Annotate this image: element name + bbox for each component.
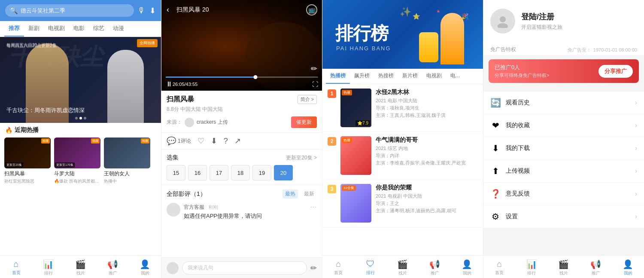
tab-recommend[interactable]: 推荐: [4, 21, 24, 37]
pbn-rank[interactable]: 📊 排行: [516, 259, 548, 276]
episode-more[interactable]: 更新至20集 >: [286, 154, 317, 162]
pause-icon[interactable]: ⏸: [166, 80, 173, 88]
rank-num-2: 2: [328, 137, 336, 146]
ranking-tab-more[interactable]: 电...: [446, 69, 464, 84]
ad-promoted-count: 已推广0人: [495, 64, 549, 71]
home-nav-rank[interactable]: 📊 排行: [32, 259, 64, 276]
ad-share-btn[interactable]: 分享推广: [598, 65, 633, 78]
video-title-2: 斗罗大陆: [54, 170, 100, 177]
menu-item-feedback[interactable]: ❓ 意见反馈 ›: [483, 183, 644, 205]
comment-action[interactable]: 💬 1评论: [167, 136, 191, 146]
rbn-promo[interactable]: 📢 推广: [419, 259, 451, 276]
home-nav-mine[interactable]: 👤 我的: [129, 259, 161, 276]
profile-avatar[interactable]: [490, 9, 515, 34]
player-back-btn[interactable]: ‹: [167, 5, 169, 14]
ranking-tab-rise[interactable]: 飙升榜: [350, 69, 374, 84]
rbn-promo-label: 推广: [431, 270, 439, 276]
share-action[interactable]: ↗: [234, 136, 241, 146]
rbn-home[interactable]: ⌂ 首页: [322, 259, 355, 276]
search-input-wrap[interactable]: 🔍 德云斗笑社第二季: [5, 4, 134, 17]
rank-num-3: 3: [328, 185, 336, 193]
comment-time-1: 刚刚: [209, 205, 218, 210]
ep-btn-15[interactable]: 15: [167, 165, 185, 180]
hero-banner[interactable]: 千古玦尘 每周四五六日20点更新2集 全网独播 每周四五六日20点更新2集 千古…: [0, 37, 161, 123]
rbn-rank-icon: 🛡: [366, 259, 375, 269]
tab-movie[interactable]: 电影: [69, 21, 89, 37]
download-icon[interactable]: ⬇: [149, 6, 156, 15]
pbn-find[interactable]: 🎬 找片: [548, 259, 580, 276]
video-subtitle-3: 热播中: [104, 178, 150, 184]
voice-icon[interactable]: 🎙: [137, 6, 145, 15]
home-nav-home[interactable]: ⌂ 首页: [0, 259, 32, 276]
tab-new-drama[interactable]: 新剧: [24, 21, 44, 37]
tab-new[interactable]: 最新: [301, 189, 317, 199]
player-cast-icon[interactable]: 📺: [306, 4, 317, 15]
ep-btn-20[interactable]: 20: [274, 165, 293, 180]
fullscreen-icon[interactable]: ⛶: [312, 81, 318, 88]
ep-btn-18[interactable]: 18: [231, 165, 250, 180]
home-nav-find[interactable]: 🎬 找片: [64, 259, 97, 276]
ranking-deco: 🎉 ★: [410, 9, 471, 64]
badge-exclusive-3: 独播: [141, 138, 149, 144]
help-action[interactable]: ?: [224, 137, 228, 146]
pbn-home[interactable]: ⌂ 首页: [483, 259, 516, 276]
intro-btn[interactable]: 简介 >: [298, 95, 317, 104]
video-player[interactable]: ‹ 扫黑风暴 20 📺 ✏ ⏸ 26:05 / 43:55 ⛶: [161, 0, 322, 91]
comment-label: 1评论: [178, 137, 191, 145]
rbn-mine[interactable]: 👤 我的: [451, 259, 483, 276]
comment-input[interactable]: 我来说几句: [182, 261, 307, 275]
tab-anime[interactable]: 动漫: [109, 21, 128, 37]
ranking-tab-tv[interactable]: 电视剧: [422, 69, 446, 84]
download-action[interactable]: ⬇: [211, 136, 217, 146]
menu-item-settings[interactable]: ⚙ 设置 ›: [483, 205, 644, 228]
ad-free-expire: 免广告至： 1970-01-01 08:00:00: [568, 46, 637, 53]
rbn-find[interactable]: 🎬 找片: [387, 259, 419, 276]
ep-btn-16[interactable]: 16: [188, 165, 207, 180]
ranking-banner: ✨ ⭐ 排行榜 PAI HANG BANG 🎉 ★: [322, 0, 483, 69]
like-action[interactable]: ♡: [197, 136, 204, 146]
ranking-tab-hot[interactable]: 热播榜: [326, 69, 350, 84]
menu-item-upload[interactable]: ⬆ 上传视频 ›: [483, 160, 644, 183]
ep-btn-17[interactable]: 17: [210, 165, 228, 180]
video-grid: 独播 更新至20集 扫黑风暴 孙红雷惩黑除恶 独播 更新至170集 斗罗大陆 🔥…: [0, 137, 161, 188]
menu-item-downloads[interactable]: ⬇ 我的下载 ›: [483, 137, 644, 160]
menu-item-favorites[interactable]: ❤ 我的收藏 ›: [483, 114, 644, 137]
ranking-tab-search[interactable]: 热搜榜: [374, 69, 398, 84]
pbn-mine[interactable]: 👤 我的: [612, 259, 644, 276]
menu-item-history[interactable]: 🔄 观看历史 ›: [483, 92, 644, 114]
video-card-3[interactable]: 独播 王朝的女人 热播中: [104, 137, 150, 184]
home-label: 首页: [12, 270, 21, 276]
tab-hot[interactable]: 最热: [283, 189, 298, 199]
ep-btn-19[interactable]: 19: [252, 165, 271, 180]
ranking-item-2[interactable]: 2 热播 牛气满满的哥哥 2021 综艺 内地 导演：内详 主演：李维嘉,乔振宇…: [322, 132, 483, 180]
pbn-mine-label: 我的: [624, 270, 632, 276]
ranking-item-3[interactable]: 3 32全集 你是我的荣耀 2021 电视剧 中国大陆 导演：王之 主演：潘粤明…: [322, 180, 483, 227]
tab-variety[interactable]: 综艺: [89, 21, 109, 37]
hero-schedule-text: 每周四五六日20点更新2集: [6, 43, 57, 49]
home-nav-promo[interactable]: 📢 推广: [97, 259, 129, 276]
profile-login[interactable]: 登陆/注册: [521, 12, 637, 22]
update-btn[interactable]: 催更新: [291, 116, 317, 128]
video-card-2[interactable]: 独播 更新至170集 斗罗大陆 🔥爆款 所有的风景都不及你: [54, 137, 100, 184]
source-label-text: 来源：: [167, 119, 182, 126]
section-title: 近期热播: [15, 126, 39, 134]
ranking-tab-new[interactable]: 新片榜: [398, 69, 422, 84]
share-icon: ↗: [234, 136, 241, 146]
ad-banner: 已推广0人 分享可得终身免广告特权> 分享推广: [489, 59, 639, 83]
progress-bar[interactable]: [166, 76, 318, 78]
dot-2: [79, 117, 82, 119]
video-source: 来源： crackers 上传 催更新: [167, 116, 317, 128]
uploader-name: crackers 上传: [197, 119, 228, 126]
pbn-rank-icon: 📊: [526, 259, 537, 269]
comment-dots-1[interactable]: ⋯: [310, 203, 317, 220]
rank-info-1: 水怪2黑木林 2021 电影 中国大陆 导演：项秋良,项河生 主演：王真儿,韩栋…: [376, 89, 478, 119]
pbn-promo[interactable]: 📢 推广: [580, 259, 612, 276]
player-edit-btn[interactable]: ✏: [311, 64, 317, 73]
comment-edit-icon[interactable]: ✏: [310, 263, 317, 273]
tab-tv[interactable]: 电视剧: [44, 21, 69, 37]
dot-1: [75, 117, 78, 119]
rbn-rank-label: 排行: [366, 270, 375, 276]
ranking-item-1[interactable]: 1 热播 ⭐7.9 水怪2黑木林 2021 电影 中国大陆 导演：项秋良,项河生…: [322, 84, 483, 132]
rbn-rank[interactable]: 🛡 排行: [355, 259, 387, 276]
video-card-1[interactable]: 独播 更新至20集 扫黑风暴 孙红雷惩黑除恶: [4, 137, 51, 184]
